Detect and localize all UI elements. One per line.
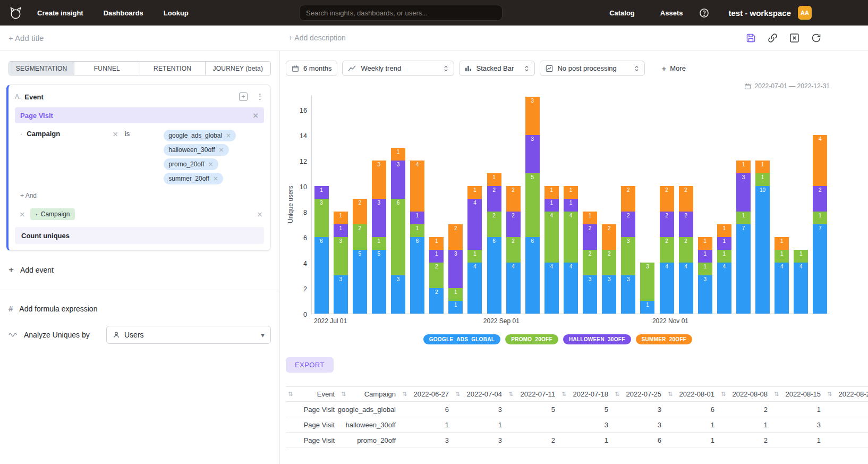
segment-halloween_30off[interactable]: 1 [334,224,348,237]
segment-promo_20off[interactable]: 2 [583,250,597,275]
segment-promo_20off[interactable]: 6 [391,199,405,275]
sort-icon[interactable]: ⇅ [721,391,726,398]
segment-summer_20off[interactable]: 2 [448,224,463,250]
segment-summer_20off[interactable]: 2 [660,186,674,212]
legend-google_ads_global[interactable]: GOOGLE_ADS_GLOBAL [423,334,500,344]
nav-dashboards[interactable]: Dashboards [104,9,143,17]
segment-halloween_30off[interactable]: 1 [698,250,712,263]
segment-promo_20off[interactable]: 3 [314,199,329,237]
column-header-2022-07-25[interactable]: ⇅2022-07-25 [612,387,666,401]
add-and-condition[interactable]: + And [20,192,264,199]
segment-google_ads_global[interactable]: 5 [353,250,367,314]
tab-journey[interactable]: JOURNEY (beta) [205,62,270,75]
add-event-button[interactable]: + Add event [8,265,279,275]
nav-create-insight[interactable]: Create insight [37,9,83,17]
segment-halloween_30off[interactable]: 3 [448,250,463,288]
segment-promo_20off[interactable]: 1 [717,250,731,263]
filter-property[interactable]: Campaign [27,130,60,138]
sort-icon[interactable]: ⇅ [827,391,832,398]
segment-summer_20off[interactable]: 1 [391,148,405,161]
segment-google_ads_global[interactable]: 3 [391,275,405,314]
global-search-input[interactable] [299,5,503,21]
sort-icon[interactable]: ⇅ [668,391,673,398]
segment-promo_20off[interactable]: 2 [602,250,616,275]
column-header-event[interactable]: ⇅Event [286,387,339,401]
segment-halloween_30off[interactable]: 3 [525,135,540,173]
segment-summer_20off[interactable]: 3 [372,161,386,199]
segment-google_ads_global[interactable]: 4 [679,263,693,314]
segment-promo_20off[interactable]: 3 [334,237,348,275]
help-icon[interactable] [699,8,709,18]
column-header-2022-07-04[interactable]: ⇅2022-07-04 [453,387,506,401]
column-header-2022-08-08[interactable]: ⇅2022-08-08 [719,387,772,401]
segment-halloween_30off[interactable]: 2 [487,186,501,212]
segment-google_ads_global[interactable]: 3 [334,275,348,314]
date-range-indicator[interactable]: 2022-07-01 — 2022-12-31 [286,82,830,90]
segment-promo_20off[interactable]: 2 [429,263,444,288]
segment-promo_20off[interactable]: 2 [679,237,693,263]
column-header-2022-07-11[interactable]: ⇅2022-07-11 [506,387,559,401]
segment-halloween_30off[interactable]: 2 [621,212,635,237]
sort-icon[interactable]: ⇅ [455,391,460,398]
segment-google_ads_global[interactable]: 4 [564,263,578,314]
nav-catalog[interactable]: Catalog [609,9,635,17]
segment-summer_20off[interactable]: 1 [564,186,578,199]
remove-breakdown-icon[interactable]: × [19,210,25,218]
segment-promo_20off[interactable]: 1 [794,250,808,263]
link-icon[interactable] [766,31,779,44]
segment-google_ads_global[interactable]: 6 [525,237,540,314]
segment-halloween_30off[interactable]: 1 [564,199,578,212]
segment-google_ads_global[interactable]: 3 [698,275,712,314]
segment-google_ads_global[interactable]: 4 [660,263,674,314]
segment-summer_20off[interactable]: 1 [429,237,444,250]
workspace-name[interactable]: test - workspace [728,9,791,18]
segment-google_ads_global[interactable]: 2 [429,288,444,314]
sort-icon[interactable]: ⇅ [341,391,346,398]
segment-halloween_30off[interactable]: 4 [467,199,482,250]
segment-promo_20off[interactable]: 2 [506,237,521,263]
column-header-2022-08-01[interactable]: ⇅2022-08-01 [666,387,719,401]
kebab-menu-icon[interactable]: ⋮ [256,92,264,102]
segment-halloween_30off[interactable]: 2 [813,186,827,212]
segment-promo_20off[interactable]: 1 [372,237,386,250]
segment-google_ads_global[interactable]: 1 [448,301,463,314]
segment-promo_20off[interactable]: 1 [698,263,712,275]
segment-summer_20off[interactable]: 3 [525,97,540,135]
tab-funnel[interactable]: FUNNEL [74,62,139,75]
cat-logo-icon[interactable] [8,6,24,20]
segment-promo_20off[interactable]: 4 [544,212,559,263]
segment-google_ads_global[interactable]: 4 [717,263,731,314]
segment-halloween_30off[interactable]: 1 [314,186,329,199]
sort-icon[interactable]: ⇅ [774,391,779,398]
segment-promo_20off[interactable]: 2 [487,212,501,237]
remove-breakdown-row-icon[interactable]: × [257,210,263,218]
nav-assets[interactable]: Assets [660,9,683,17]
segment-halloween_30off[interactable]: 2 [583,224,597,250]
segment-summer_20off[interactable]: 1 [717,224,731,237]
column-header-campaign[interactable]: ⇅Campaign [339,387,400,401]
segment-google_ads_global[interactable]: 3 [583,275,597,314]
legend-halloween_30off[interactable]: HALLOWEEN_30OFF [563,334,631,344]
segment-summer_20off[interactable]: 2 [353,199,367,224]
segment-google_ads_global[interactable]: 4 [544,263,559,314]
trend-select[interactable]: Weekly trend [342,61,454,76]
remove-filter-icon[interactable]: × [112,130,118,138]
segment-summer_20off[interactable]: 1 [775,237,789,250]
column-header-2022-08-22[interactable]: ⇅2022-08-22 [825,387,868,401]
segment-google_ads_global[interactable]: 5 [372,250,386,314]
segment-summer_20off[interactable]: 1 [736,161,751,173]
segment-promo_20off[interactable]: 5 [525,173,540,237]
segment-halloween_30off[interactable]: 3 [372,199,386,237]
segment-summer_20off[interactable]: 2 [602,224,616,250]
segment-summer_20off[interactable]: 1 [544,186,559,199]
tab-segmentation[interactable]: SEGMENTATION [9,62,74,75]
segment-promo_20off[interactable]: 1 [755,173,770,186]
segment-summer_20off[interactable]: 2 [679,186,693,212]
segment-google_ads_global[interactable]: 3 [602,275,616,314]
tab-retention[interactable]: RETENTION [140,62,205,75]
segment-summer_20off[interactable]: 1 [698,237,712,250]
refresh-icon[interactable] [810,31,822,44]
segment-summer_20off[interactable]: 4 [410,161,424,212]
segment-promo_20off[interactable]: 1 [736,212,751,224]
segment-promo_20off[interactable]: 1 [813,212,827,224]
